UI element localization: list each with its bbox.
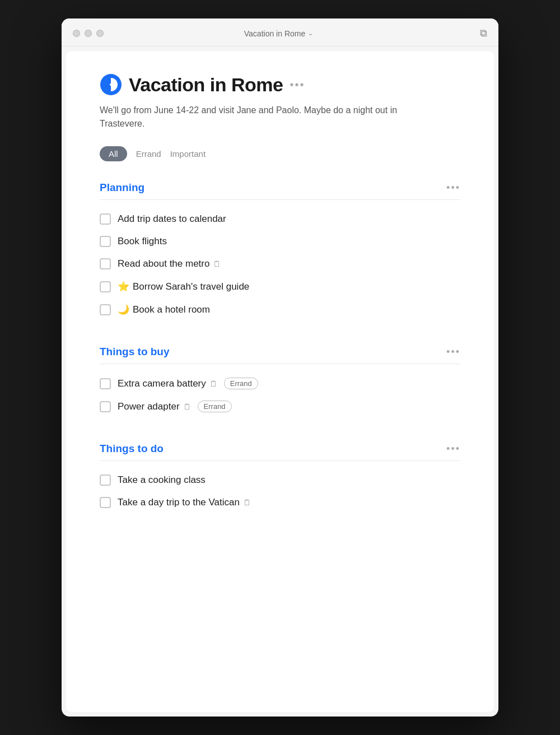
section-header-do: Things to do ••• bbox=[100, 443, 460, 461]
task-label: Take a cooking class bbox=[118, 475, 206, 486]
task-label: Book flights bbox=[118, 236, 167, 247]
page-title: Vacation in Rome bbox=[129, 74, 283, 96]
task-checkbox[interactable] bbox=[100, 378, 111, 389]
note-icon: 🗒 bbox=[183, 402, 191, 411]
window-controls bbox=[73, 30, 104, 37]
task-checkbox[interactable] bbox=[100, 213, 111, 225]
task-item: Book flights bbox=[100, 230, 460, 253]
do-task-list: Take a cooking class Take a day trip to … bbox=[100, 469, 460, 514]
section-more-buy[interactable]: ••• bbox=[446, 346, 460, 358]
filter-tabs: All Errand Important bbox=[100, 146, 460, 161]
task-label: Extra camera battery 🗒 Errand bbox=[118, 378, 258, 389]
copy-icon[interactable]: ⧉ bbox=[480, 27, 487, 39]
zoom-button[interactable] bbox=[96, 30, 104, 37]
window-frame: Vacation in Rome ⌄ ⧉ Vacation in Rome ••… bbox=[62, 18, 498, 717]
task-label: Power adapter 🗒 Errand bbox=[118, 401, 232, 412]
close-button[interactable] bbox=[73, 30, 80, 37]
window-title: Vacation in Rome ⌄ bbox=[244, 29, 313, 38]
page-icon bbox=[100, 73, 122, 96]
title-bar-right: ⧉ bbox=[454, 27, 487, 39]
planning-task-list: Add trip dates to calendar Book flights … bbox=[100, 208, 460, 321]
section-things-to-buy: Things to buy ••• Extra camera battery 🗒… bbox=[100, 346, 460, 418]
task-item: Take a day trip to the Vatican 🗒 bbox=[100, 491, 460, 514]
task-checkbox[interactable] bbox=[100, 497, 111, 508]
task-checkbox[interactable] bbox=[100, 475, 111, 486]
tag-errand: Errand bbox=[224, 378, 258, 389]
task-checkbox[interactable] bbox=[100, 236, 111, 247]
title-bar: Vacation in Rome ⌄ ⧉ bbox=[62, 18, 498, 46]
task-item: Take a cooking class bbox=[100, 469, 460, 491]
section-title-buy: Things to buy bbox=[100, 346, 170, 358]
task-checkbox[interactable] bbox=[100, 401, 111, 412]
task-item: Extra camera battery 🗒 Errand bbox=[100, 372, 460, 395]
task-label: Take a day trip to the Vatican 🗒 bbox=[118, 497, 251, 508]
page-header: Vacation in Rome ••• We'll go from June … bbox=[100, 73, 460, 131]
note-icon: 🗒 bbox=[213, 259, 221, 268]
section-title-planning: Planning bbox=[100, 182, 144, 194]
task-item: Read about the metro 🗒 bbox=[100, 253, 460, 275]
task-item: Add trip dates to calendar bbox=[100, 208, 460, 230]
star-emoji: ⭐ bbox=[118, 281, 129, 292]
filter-tab-errand[interactable]: Errand bbox=[136, 147, 161, 161]
window-title-text: Vacation in Rome bbox=[244, 29, 305, 38]
task-item: Power adapter 🗒 Errand bbox=[100, 395, 460, 418]
task-label: ⭐ Borrow Sarah's travel guide bbox=[118, 281, 249, 292]
title-chevron-icon[interactable]: ⌄ bbox=[308, 30, 313, 37]
task-item: ⭐ Borrow Sarah's travel guide bbox=[100, 275, 460, 298]
minimize-button[interactable] bbox=[85, 30, 92, 37]
task-checkbox[interactable] bbox=[100, 281, 111, 292]
section-header-planning: Planning ••• bbox=[100, 182, 460, 200]
page-title-row: Vacation in Rome ••• bbox=[100, 73, 460, 96]
section-header-buy: Things to buy ••• bbox=[100, 346, 460, 364]
page-more-button[interactable]: ••• bbox=[290, 78, 305, 91]
section-planning: Planning ••• Add trip dates to calendar … bbox=[100, 182, 460, 321]
task-checkbox[interactable] bbox=[100, 258, 111, 269]
page-description: We'll go from June 14-22 and visit Jane … bbox=[100, 104, 424, 131]
section-things-to-do: Things to do ••• Take a cooking class Ta… bbox=[100, 443, 460, 514]
buy-task-list: Extra camera battery 🗒 Errand Power adap… bbox=[100, 372, 460, 418]
note-icon: 🗒 bbox=[209, 379, 217, 388]
filter-tab-important[interactable]: Important bbox=[170, 147, 206, 161]
filter-tab-all[interactable]: All bbox=[100, 146, 127, 161]
section-title-do: Things to do bbox=[100, 443, 164, 455]
tag-errand: Errand bbox=[198, 401, 232, 412]
section-more-planning[interactable]: ••• bbox=[446, 182, 460, 194]
moon-emoji: 🌙 bbox=[118, 304, 129, 315]
task-label: 🌙 Book a hotel room bbox=[118, 304, 210, 315]
task-item: 🌙 Book a hotel room bbox=[100, 298, 460, 321]
main-content: Vacation in Rome ••• We'll go from June … bbox=[66, 51, 494, 712]
task-label: Add trip dates to calendar bbox=[118, 213, 226, 225]
task-checkbox[interactable] bbox=[100, 304, 111, 315]
section-more-do[interactable]: ••• bbox=[446, 443, 460, 455]
note-icon: 🗒 bbox=[243, 498, 251, 507]
task-label: Read about the metro 🗒 bbox=[118, 258, 221, 269]
